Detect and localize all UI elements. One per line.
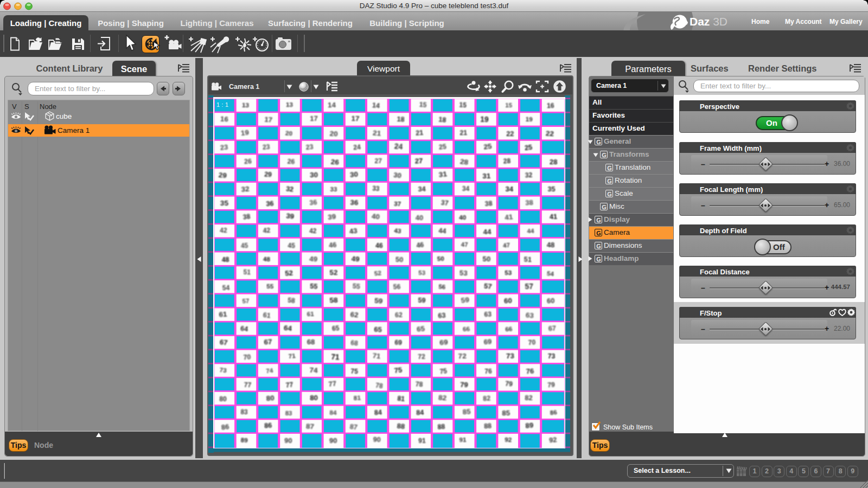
- svg-text:16: 16: [547, 102, 554, 110]
- svg-text:33: 33: [372, 184, 380, 192]
- svg-text:36: 36: [309, 198, 317, 207]
- svg-text:37: 37: [441, 199, 449, 207]
- svg-text:25: 25: [483, 142, 492, 151]
- svg-text:50: 50: [482, 255, 490, 263]
- svg-text:21: 21: [416, 129, 424, 137]
- svg-text:16: 16: [220, 114, 229, 123]
- svg-text:13: 13: [242, 101, 250, 108]
- svg-text:25: 25: [438, 143, 446, 151]
- svg-text:32: 32: [285, 185, 293, 194]
- svg-text:18: 18: [438, 116, 446, 124]
- svg-text:90: 90: [284, 436, 292, 444]
- svg-text:68: 68: [350, 339, 359, 347]
- svg-text:50: 50: [437, 254, 444, 261]
- svg-text:76: 76: [526, 367, 534, 375]
- svg-text:67: 67: [264, 338, 273, 346]
- svg-text:57: 57: [525, 282, 533, 291]
- svg-text:36: 36: [266, 200, 274, 208]
- svg-text:43: 43: [394, 227, 402, 234]
- svg-text:61: 61: [219, 310, 228, 318]
- svg-text:53: 53: [459, 269, 468, 278]
- svg-text:77: 77: [285, 381, 293, 389]
- svg-text:17: 17: [351, 114, 359, 123]
- svg-text:88: 88: [397, 422, 405, 431]
- svg-text:24: 24: [353, 143, 361, 151]
- svg-text:37: 37: [394, 200, 401, 207]
- svg-text:74: 74: [266, 367, 274, 374]
- svg-text:79: 79: [547, 381, 556, 389]
- svg-text:84: 84: [416, 409, 424, 416]
- svg-text:40: 40: [371, 212, 380, 221]
- svg-text:23: 23: [305, 143, 314, 151]
- svg-text:61: 61: [307, 310, 314, 317]
- svg-text:71: 71: [331, 353, 340, 362]
- svg-text:77: 77: [244, 381, 251, 389]
- svg-text:44: 44: [438, 227, 446, 235]
- svg-text:53: 53: [505, 269, 512, 277]
- svg-text:34: 34: [462, 185, 470, 192]
- svg-text:52: 52: [374, 269, 382, 277]
- svg-text:20: 20: [285, 129, 293, 137]
- svg-text:19: 19: [526, 115, 533, 123]
- svg-text:33: 33: [330, 186, 337, 192]
- svg-text:72: 72: [458, 352, 467, 361]
- svg-text:83: 83: [240, 408, 248, 416]
- svg-text:88: 88: [437, 423, 445, 431]
- svg-text:56: 56: [438, 283, 446, 290]
- svg-text:59: 59: [374, 297, 383, 306]
- svg-text:36: 36: [350, 198, 358, 207]
- svg-text:65: 65: [374, 325, 382, 333]
- svg-text:15: 15: [505, 101, 513, 108]
- svg-text:92: 92: [505, 436, 512, 443]
- svg-text:89: 89: [525, 421, 534, 430]
- svg-text:70: 70: [243, 353, 251, 361]
- svg-text:78: 78: [415, 381, 423, 389]
- svg-text:38: 38: [484, 200, 493, 208]
- svg-text:64: 64: [240, 325, 248, 333]
- svg-text:29: 29: [264, 171, 272, 179]
- svg-text:61: 61: [263, 311, 271, 320]
- svg-text:22: 22: [545, 130, 554, 138]
- svg-text:56: 56: [393, 283, 401, 291]
- svg-text:40: 40: [416, 214, 424, 222]
- svg-text:65: 65: [331, 324, 340, 332]
- svg-text:58: 58: [329, 296, 338, 305]
- svg-text:84: 84: [374, 408, 382, 416]
- svg-text:80: 80: [219, 395, 227, 403]
- svg-text:59: 59: [461, 296, 470, 305]
- svg-text:69: 69: [394, 338, 402, 346]
- svg-text:62: 62: [350, 310, 359, 319]
- svg-text:68: 68: [307, 338, 315, 346]
- svg-text:91: 91: [418, 437, 426, 445]
- svg-text:82: 82: [438, 394, 448, 402]
- svg-text:41: 41: [550, 213, 558, 221]
- svg-text:46: 46: [375, 242, 383, 249]
- svg-text:79: 79: [505, 380, 513, 388]
- svg-text:82: 82: [483, 395, 491, 403]
- svg-text:35: 35: [548, 185, 556, 193]
- svg-text:48: 48: [221, 256, 229, 264]
- svg-text:73: 73: [506, 352, 514, 361]
- svg-text:63: 63: [484, 310, 492, 318]
- svg-text:63: 63: [438, 312, 446, 320]
- svg-text:31: 31: [438, 170, 448, 179]
- svg-text:38: 38: [525, 198, 533, 207]
- svg-text:17: 17: [310, 114, 318, 123]
- svg-text:83: 83: [285, 409, 293, 416]
- svg-text:86: 86: [550, 409, 557, 416]
- svg-text:86: 86: [264, 422, 272, 430]
- svg-text:82: 82: [525, 394, 533, 402]
- svg-text:43: 43: [349, 226, 358, 235]
- svg-text:54: 54: [222, 284, 230, 291]
- svg-text:19: 19: [480, 115, 489, 124]
- svg-text:44: 44: [527, 227, 534, 234]
- svg-text:46: 46: [329, 241, 337, 249]
- svg-text:42: 42: [220, 227, 227, 234]
- svg-text:52: 52: [330, 268, 338, 277]
- svg-text:52: 52: [285, 269, 293, 278]
- svg-text:26: 26: [330, 158, 339, 166]
- svg-text:45: 45: [241, 242, 248, 250]
- svg-text:71: 71: [288, 352, 296, 359]
- svg-text:62: 62: [395, 311, 403, 318]
- svg-text:41: 41: [505, 213, 514, 222]
